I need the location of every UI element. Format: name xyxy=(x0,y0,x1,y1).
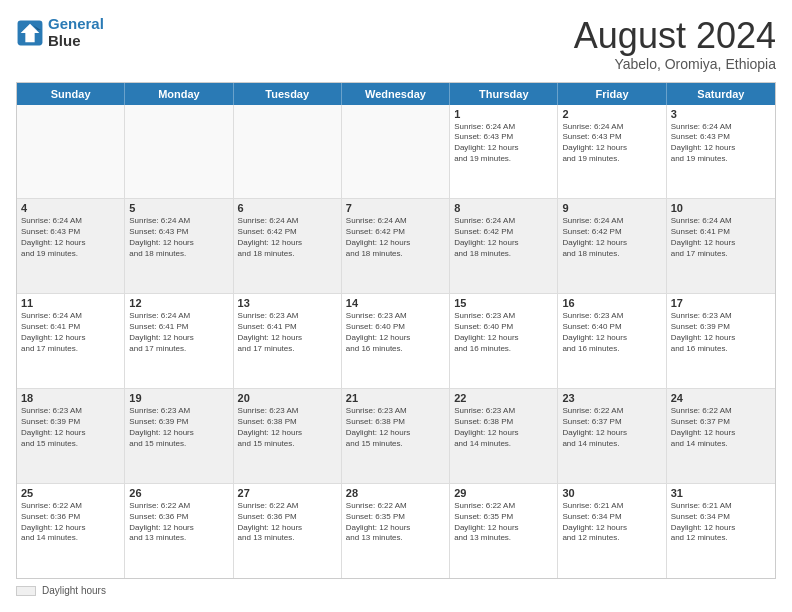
day-info: Sunrise: 6:24 AM Sunset: 6:42 PM Dayligh… xyxy=(238,216,337,259)
day-number: 3 xyxy=(671,108,771,120)
main-title: August 2024 xyxy=(574,16,776,56)
day-number: 12 xyxy=(129,297,228,309)
day-number: 4 xyxy=(21,202,120,214)
calendar-cell: 6Sunrise: 6:24 AM Sunset: 6:42 PM Daylig… xyxy=(234,199,342,293)
calendar-week: 11Sunrise: 6:24 AM Sunset: 6:41 PM Dayli… xyxy=(17,294,775,389)
day-number: 21 xyxy=(346,392,445,404)
day-info: Sunrise: 6:24 AM Sunset: 6:43 PM Dayligh… xyxy=(21,216,120,259)
title-block: August 2024 Yabelo, Oromiya, Ethiopia xyxy=(574,16,776,72)
day-info: Sunrise: 6:24 AM Sunset: 6:43 PM Dayligh… xyxy=(671,122,771,165)
day-number: 7 xyxy=(346,202,445,214)
calendar-cell: 3Sunrise: 6:24 AM Sunset: 6:43 PM Daylig… xyxy=(667,105,775,199)
day-info: Sunrise: 6:24 AM Sunset: 6:43 PM Dayligh… xyxy=(454,122,553,165)
calendar-cell: 22Sunrise: 6:23 AM Sunset: 6:38 PM Dayli… xyxy=(450,389,558,483)
calendar-cell: 30Sunrise: 6:21 AM Sunset: 6:34 PM Dayli… xyxy=(558,484,666,578)
subtitle: Yabelo, Oromiya, Ethiopia xyxy=(574,56,776,72)
calendar-header-row: SundayMondayTuesdayWednesdayThursdayFrid… xyxy=(17,83,775,105)
day-number: 26 xyxy=(129,487,228,499)
day-info: Sunrise: 6:22 AM Sunset: 6:37 PM Dayligh… xyxy=(671,406,771,449)
day-number: 16 xyxy=(562,297,661,309)
calendar-cell: 17Sunrise: 6:23 AM Sunset: 6:39 PM Dayli… xyxy=(667,294,775,388)
footer-note: Daylight hours xyxy=(16,585,776,596)
day-number: 15 xyxy=(454,297,553,309)
calendar-header-cell: Wednesday xyxy=(342,83,450,105)
calendar-cell: 24Sunrise: 6:22 AM Sunset: 6:37 PM Dayli… xyxy=(667,389,775,483)
calendar-cell: 11Sunrise: 6:24 AM Sunset: 6:41 PM Dayli… xyxy=(17,294,125,388)
calendar-cell: 16Sunrise: 6:23 AM Sunset: 6:40 PM Dayli… xyxy=(558,294,666,388)
header: General Blue August 2024 Yabelo, Oromiya… xyxy=(16,16,776,72)
day-number: 19 xyxy=(129,392,228,404)
day-number: 11 xyxy=(21,297,120,309)
day-number: 20 xyxy=(238,392,337,404)
footer-shade-box xyxy=(16,586,36,596)
day-number: 24 xyxy=(671,392,771,404)
day-info: Sunrise: 6:22 AM Sunset: 6:37 PM Dayligh… xyxy=(562,406,661,449)
logo-icon xyxy=(16,19,44,47)
day-info: Sunrise: 6:21 AM Sunset: 6:34 PM Dayligh… xyxy=(562,501,661,544)
calendar-week: 1Sunrise: 6:24 AM Sunset: 6:43 PM Daylig… xyxy=(17,105,775,200)
calendar-cell xyxy=(17,105,125,199)
day-number: 28 xyxy=(346,487,445,499)
logo-line1: General xyxy=(48,15,104,32)
calendar-header-cell: Thursday xyxy=(450,83,558,105)
calendar-cell: 31Sunrise: 6:21 AM Sunset: 6:34 PM Dayli… xyxy=(667,484,775,578)
day-info: Sunrise: 6:24 AM Sunset: 6:43 PM Dayligh… xyxy=(562,122,661,165)
calendar-cell: 5Sunrise: 6:24 AM Sunset: 6:43 PM Daylig… xyxy=(125,199,233,293)
calendar-week: 25Sunrise: 6:22 AM Sunset: 6:36 PM Dayli… xyxy=(17,484,775,578)
calendar-cell xyxy=(234,105,342,199)
day-info: Sunrise: 6:23 AM Sunset: 6:40 PM Dayligh… xyxy=(346,311,445,354)
day-number: 10 xyxy=(671,202,771,214)
day-info: Sunrise: 6:24 AM Sunset: 6:42 PM Dayligh… xyxy=(562,216,661,259)
logo-text: General Blue xyxy=(48,16,104,49)
calendar-header-cell: Sunday xyxy=(17,83,125,105)
calendar-cell: 8Sunrise: 6:24 AM Sunset: 6:42 PM Daylig… xyxy=(450,199,558,293)
day-number: 27 xyxy=(238,487,337,499)
day-number: 1 xyxy=(454,108,553,120)
calendar-cell: 7Sunrise: 6:24 AM Sunset: 6:42 PM Daylig… xyxy=(342,199,450,293)
day-info: Sunrise: 6:22 AM Sunset: 6:36 PM Dayligh… xyxy=(238,501,337,544)
calendar-cell: 12Sunrise: 6:24 AM Sunset: 6:41 PM Dayli… xyxy=(125,294,233,388)
calendar-header-cell: Saturday xyxy=(667,83,775,105)
day-info: Sunrise: 6:22 AM Sunset: 6:35 PM Dayligh… xyxy=(346,501,445,544)
calendar-body: 1Sunrise: 6:24 AM Sunset: 6:43 PM Daylig… xyxy=(17,105,775,578)
logo: General Blue xyxy=(16,16,104,49)
day-info: Sunrise: 6:22 AM Sunset: 6:35 PM Dayligh… xyxy=(454,501,553,544)
day-info: Sunrise: 6:22 AM Sunset: 6:36 PM Dayligh… xyxy=(129,501,228,544)
calendar-cell: 19Sunrise: 6:23 AM Sunset: 6:39 PM Dayli… xyxy=(125,389,233,483)
calendar-cell: 10Sunrise: 6:24 AM Sunset: 6:41 PM Dayli… xyxy=(667,199,775,293)
calendar-cell: 26Sunrise: 6:22 AM Sunset: 6:36 PM Dayli… xyxy=(125,484,233,578)
day-number: 25 xyxy=(21,487,120,499)
day-number: 6 xyxy=(238,202,337,214)
day-info: Sunrise: 6:23 AM Sunset: 6:40 PM Dayligh… xyxy=(454,311,553,354)
day-info: Sunrise: 6:24 AM Sunset: 6:41 PM Dayligh… xyxy=(671,216,771,259)
calendar-cell: 14Sunrise: 6:23 AM Sunset: 6:40 PM Dayli… xyxy=(342,294,450,388)
calendar-week: 4Sunrise: 6:24 AM Sunset: 6:43 PM Daylig… xyxy=(17,199,775,294)
day-info: Sunrise: 6:24 AM Sunset: 6:42 PM Dayligh… xyxy=(346,216,445,259)
calendar-cell: 13Sunrise: 6:23 AM Sunset: 6:41 PM Dayli… xyxy=(234,294,342,388)
day-info: Sunrise: 6:23 AM Sunset: 6:41 PM Dayligh… xyxy=(238,311,337,354)
calendar-cell xyxy=(342,105,450,199)
day-number: 18 xyxy=(21,392,120,404)
footer: Daylight hours xyxy=(16,585,776,596)
day-info: Sunrise: 6:23 AM Sunset: 6:39 PM Dayligh… xyxy=(129,406,228,449)
day-info: Sunrise: 6:22 AM Sunset: 6:36 PM Dayligh… xyxy=(21,501,120,544)
calendar-cell: 20Sunrise: 6:23 AM Sunset: 6:38 PM Dayli… xyxy=(234,389,342,483)
calendar-cell: 9Sunrise: 6:24 AM Sunset: 6:42 PM Daylig… xyxy=(558,199,666,293)
day-number: 13 xyxy=(238,297,337,309)
day-number: 2 xyxy=(562,108,661,120)
calendar-header-cell: Monday xyxy=(125,83,233,105)
day-info: Sunrise: 6:21 AM Sunset: 6:34 PM Dayligh… xyxy=(671,501,771,544)
calendar-week: 18Sunrise: 6:23 AM Sunset: 6:39 PM Dayli… xyxy=(17,389,775,484)
day-info: Sunrise: 6:23 AM Sunset: 6:39 PM Dayligh… xyxy=(671,311,771,354)
calendar-cell: 2Sunrise: 6:24 AM Sunset: 6:43 PM Daylig… xyxy=(558,105,666,199)
day-info: Sunrise: 6:23 AM Sunset: 6:40 PM Dayligh… xyxy=(562,311,661,354)
day-number: 30 xyxy=(562,487,661,499)
day-number: 17 xyxy=(671,297,771,309)
calendar-cell: 21Sunrise: 6:23 AM Sunset: 6:38 PM Dayli… xyxy=(342,389,450,483)
day-info: Sunrise: 6:24 AM Sunset: 6:41 PM Dayligh… xyxy=(21,311,120,354)
calendar: SundayMondayTuesdayWednesdayThursdayFrid… xyxy=(16,82,776,579)
calendar-cell: 29Sunrise: 6:22 AM Sunset: 6:35 PM Dayli… xyxy=(450,484,558,578)
footer-label: Daylight hours xyxy=(42,585,106,596)
calendar-header-cell: Friday xyxy=(558,83,666,105)
day-info: Sunrise: 6:24 AM Sunset: 6:42 PM Dayligh… xyxy=(454,216,553,259)
